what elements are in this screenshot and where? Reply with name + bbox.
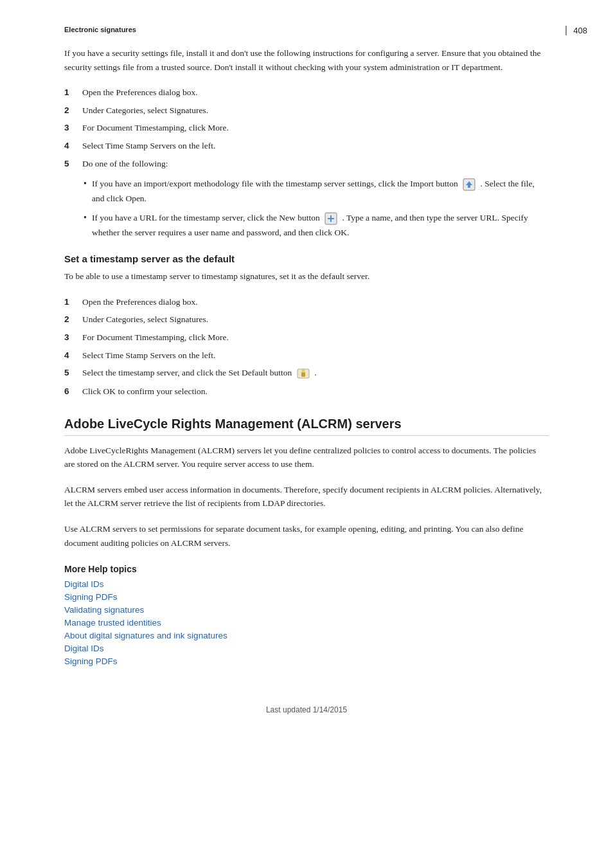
bullet-text-1: If you have an import/export methodology… xyxy=(92,177,549,206)
step-num: 4 xyxy=(64,348,76,363)
import-icon xyxy=(462,177,476,192)
svg-rect-7 xyxy=(301,372,305,377)
step-2: 2 Under Categories, select Signatures. xyxy=(64,104,549,118)
help-link-validating-signatures[interactable]: Validating signatures xyxy=(64,605,144,615)
step-text: Open the Preferences dialog box. xyxy=(82,86,198,100)
sub-step-1: 1 Open the Preferences dialog box. xyxy=(64,295,549,309)
help-link-signing-pdfs-2[interactable]: Signing PDFs xyxy=(64,656,118,666)
step-num: 1 xyxy=(64,295,76,309)
bullet-text-2: If you have a URL for the timestamp serv… xyxy=(92,211,549,240)
more-help-heading: More Help topics xyxy=(64,564,549,574)
main-para-3: Use ALCRM servers to set permissions for… xyxy=(64,522,549,550)
step-1: 1 Open the Preferences dialog box. xyxy=(64,86,549,100)
step-text: Under Categories, select Signatures. xyxy=(82,104,208,118)
page-container: 408 Electronic signatures If you have a … xyxy=(0,0,613,868)
set-default-icon xyxy=(296,366,310,381)
step-num: 3 xyxy=(64,330,76,345)
subsection-intro: To be able to use a timestamp server to … xyxy=(64,269,549,284)
step-num: 6 xyxy=(64,384,76,399)
main-para-2: ALCRM servers embed user access informat… xyxy=(64,483,549,511)
step-text: Select the timestamp server, and click t… xyxy=(82,366,317,381)
step-text: Under Categories, select Signatures. xyxy=(82,312,208,327)
bullet-item-2: If you have a URL for the timestamp serv… xyxy=(84,211,549,240)
help-link-item-5[interactable]: About digital signatures and ink signatu… xyxy=(64,631,549,641)
help-link-item-2[interactable]: Signing PDFs xyxy=(64,592,549,602)
step-num: 3 xyxy=(64,121,76,135)
sub-step-2: 2 Under Categories, select Signatures. xyxy=(64,312,549,327)
step-text: For Document Timestamping, click More. xyxy=(82,330,229,345)
page-number: 408 xyxy=(565,26,587,35)
sub-step-5: 5 Select the timestamp server, and click… xyxy=(64,366,549,381)
step-num: 2 xyxy=(64,312,76,327)
step-5: 5 Do one of the following: xyxy=(64,157,549,171)
help-link-item-3[interactable]: Validating signatures xyxy=(64,605,549,615)
step-text: Open the Preferences dialog box. xyxy=(82,295,198,309)
step-text: For Document Timestamping, click More. xyxy=(82,121,229,135)
help-link-item-4[interactable]: Manage trusted identities xyxy=(64,618,549,628)
subsection-heading: Set a timestamp server as the default xyxy=(64,253,549,264)
subsection-steps-list: 1 Open the Preferences dialog box. 2 Und… xyxy=(64,295,549,399)
bullet-list: If you have an import/export methodology… xyxy=(84,177,549,239)
intro-paragraph: If you have a security settings file, in… xyxy=(64,46,549,74)
step-num: 5 xyxy=(64,157,76,171)
step-3: 3 For Document Timestamping, click More. xyxy=(64,121,549,135)
step-num: 1 xyxy=(64,86,76,100)
step-text: Do one of the following: xyxy=(82,157,168,171)
step-num: 5 xyxy=(64,366,76,380)
help-link-signing-pdfs-1[interactable]: Signing PDFs xyxy=(64,592,118,602)
initial-steps-list: 1 Open the Preferences dialog box. 2 Und… xyxy=(64,86,549,170)
help-link-digital-ids-2[interactable]: Digital IDs xyxy=(64,644,104,653)
step-num: 2 xyxy=(64,104,76,118)
main-para-1: Adobe LiveCycleRights Management (ALCRM)… xyxy=(64,444,549,471)
step-4: 4 Select Time Stamp Servers on the left. xyxy=(64,139,549,153)
help-link-item-7[interactable]: Signing PDFs xyxy=(64,656,549,667)
step-num: 4 xyxy=(64,139,76,153)
sub-step-6: 6 Click OK to confirm your selection. xyxy=(64,384,549,399)
bullet-item-1: If you have an import/export methodology… xyxy=(84,177,549,206)
help-link-item-6[interactable]: Digital IDs xyxy=(64,644,549,654)
help-link-manage-trusted[interactable]: Manage trusted identities xyxy=(64,618,161,628)
footer: Last updated 1/14/2015 xyxy=(64,705,549,714)
main-section-heading: Adobe LiveCycle Rights Management (ALCRM… xyxy=(64,417,549,436)
help-link-about-digital-signatures[interactable]: About digital signatures and ink signatu… xyxy=(64,631,227,640)
sub-step-4: 4 Select Time Stamp Servers on the left. xyxy=(64,348,549,363)
sub-step-3: 3 For Document Timestamping, click More. xyxy=(64,330,549,345)
help-link-item-1[interactable]: Digital IDs xyxy=(64,579,549,590)
step-text: Select Time Stamp Servers on the left. xyxy=(82,348,215,363)
more-help-section: More Help topics Digital IDs Signing PDF… xyxy=(64,564,549,667)
step-text: Click OK to confirm your selection. xyxy=(82,384,208,399)
help-link-digital-ids-1[interactable]: Digital IDs xyxy=(64,579,104,589)
help-links-list: Digital IDs Signing PDFs Validating sign… xyxy=(64,579,549,667)
step-text: Select Time Stamp Servers on the left. xyxy=(82,139,215,153)
section-label: Electronic signatures xyxy=(64,26,549,33)
new-icon xyxy=(324,212,338,226)
